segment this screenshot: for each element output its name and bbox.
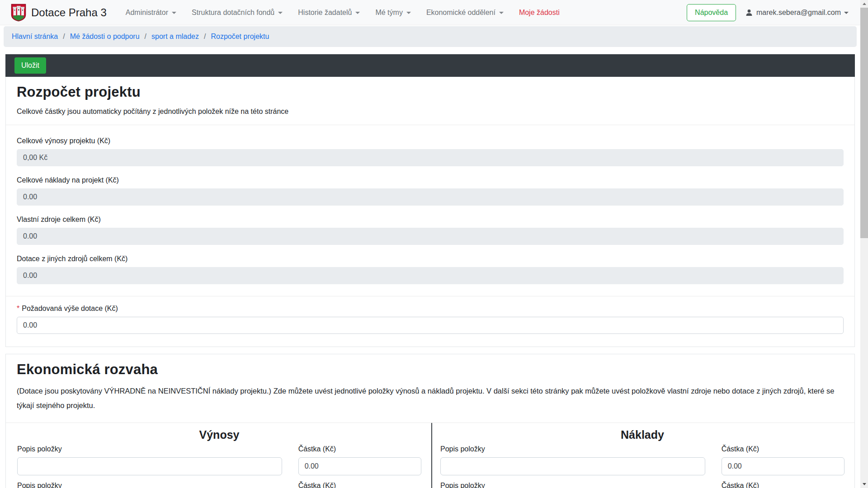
field-label: Popis položky xyxy=(17,482,282,488)
field-label: Částka (Kč) xyxy=(722,482,844,488)
chevron-down-icon xyxy=(499,12,504,14)
menu-moje-zadosti[interactable]: Moje žádosti xyxy=(519,9,560,17)
brand-title: Dotace Praha 3 xyxy=(31,6,107,19)
revenue-item-description-field: Popis položky xyxy=(17,445,282,475)
cost-item-description-field: Popis položky xyxy=(440,445,705,475)
costs-column: Náklady Popis položky Částka (Kč) Popis … xyxy=(431,423,854,488)
scroll-down-icon[interactable] xyxy=(860,480,868,488)
user-menu[interactable]: marek.sebera@gmail.com xyxy=(745,9,849,17)
field-label: Popis položky xyxy=(17,445,282,453)
menu-label: Administrátor xyxy=(126,9,168,17)
vertical-scrollbar[interactable] xyxy=(860,0,868,488)
cost-amount-input[interactable] xyxy=(722,457,844,475)
breadcrumb-sport-a-mladez[interactable]: sport a mladez xyxy=(151,33,199,41)
revenue-item-amount-field: Částka (Kč) xyxy=(298,482,421,488)
budget-card: Rozpočet projektu Celkové částky jsou au… xyxy=(5,77,855,347)
cost-item-amount-field: Částka (Kč) xyxy=(722,445,844,475)
field-label: Celkové náklady na projekt (Kč) xyxy=(17,176,844,184)
help-button[interactable]: Nápověda xyxy=(687,4,736,21)
field-label: Vlastní zdroje celkem (Kč) xyxy=(17,216,844,224)
requested-amount-section: *Požadovaná výše dotace (Kč) xyxy=(6,296,854,347)
revenue-description-input[interactable] xyxy=(17,457,282,475)
menu-label: Mé týmy xyxy=(375,9,402,17)
costs-row-1: Popis položky Částka (Kč) xyxy=(440,441,844,475)
revenue-amount-input[interactable] xyxy=(298,457,421,475)
menu-label: Historie žadatelů xyxy=(298,9,352,17)
total-costs-input[interactable] xyxy=(17,188,844,206)
field-group-own-resources: Vlastní zdroje celkem (Kč) xyxy=(17,216,844,245)
breadcrumb: Hlavní stránka / Mé žádosti o podporu / … xyxy=(4,26,857,47)
required-asterisk: * xyxy=(17,305,19,312)
cost-description-input[interactable] xyxy=(440,457,705,475)
field-label: Popis položky xyxy=(440,445,705,453)
requested-amount-label: *Požadovaná výše dotace (Kč) xyxy=(17,305,118,312)
menu-label: Moje žádosti xyxy=(519,9,560,17)
cost-item-description-field: Popis položky xyxy=(440,482,705,488)
field-label: Požadovaná výše dotace (Kč) xyxy=(22,305,118,312)
save-button[interactable]: Uložit xyxy=(14,57,46,74)
field-group-total-revenues: Celkové výnosy projektu (Kč) xyxy=(17,137,844,166)
costs-row-2: Popis položky Částka (Kč) xyxy=(440,475,844,488)
menu-struktura-dotacnich-fondu[interactable]: Struktura dotačních fondů xyxy=(192,9,283,17)
field-label: Popis položky xyxy=(440,482,705,488)
field-group-other-subsidies: Dotace z jiných zdrojů celkem (Kč) xyxy=(17,255,844,284)
user-icon xyxy=(745,9,753,17)
menu-administrator[interactable]: Administrátor xyxy=(126,9,176,17)
chevron-down-icon xyxy=(355,12,360,14)
main-menu: Administrátor Struktura dotačních fondů … xyxy=(126,9,560,17)
budget-card-header: Rozpočet projektu Celkové částky jsou au… xyxy=(6,77,854,125)
breadcrumb-separator: / xyxy=(145,33,146,41)
menu-ekonomicke-oddeleni[interactable]: Ekonomické oddělení xyxy=(426,9,504,17)
own-resources-input[interactable] xyxy=(17,228,844,245)
balance-columns: Výnosy Popis položky Částka (Kč) Popis p… xyxy=(6,423,854,488)
scroll-up-icon[interactable] xyxy=(860,0,868,8)
economic-balance-card: Ekonomická rozvaha (Dotace jsou poskytov… xyxy=(5,354,855,488)
revenues-heading: Výnosy xyxy=(17,428,421,441)
requested-amount-input[interactable] xyxy=(17,317,844,334)
revenue-item-description-field: Popis položky xyxy=(17,482,282,488)
menu-historie-zadatelu[interactable]: Historie žadatelů xyxy=(298,9,360,17)
field-label: Částka (Kč) xyxy=(722,445,844,453)
chevron-down-icon xyxy=(278,12,283,14)
budget-subtitle: Celkové částky jsou automaticky počítány… xyxy=(17,108,844,116)
menu-me-tymy[interactable]: Mé týmy xyxy=(375,9,410,17)
menu-label: Ekonomické oddělení xyxy=(426,9,495,17)
field-label: Částka (Kč) xyxy=(298,445,421,453)
other-subsidies-input[interactable] xyxy=(17,267,844,284)
breadcrumb-separator: / xyxy=(204,33,206,41)
field-group-total-costs: Celkové náklady na projekt (Kč) xyxy=(17,176,844,206)
breadcrumb-home[interactable]: Hlavní stránka xyxy=(12,33,58,41)
praha3-coat-of-arms-icon xyxy=(11,4,26,22)
navbar-right: Nápověda marek.sebera@gmail.com xyxy=(687,4,849,21)
budget-fields: Celkové výnosy projektu (Kč) Celkové nák… xyxy=(6,125,854,284)
brand[interactable]: Dotace Praha 3 xyxy=(11,4,107,22)
revenue-item-amount-field: Částka (Kč) xyxy=(298,445,421,475)
menu-label: Struktura dotačních fondů xyxy=(192,9,274,17)
breadcrumb-current-page[interactable]: Rozpočet projektu xyxy=(211,33,269,41)
user-email: marek.sebera@gmail.com xyxy=(756,9,841,17)
balance-description: (Dotace jsou poskytovány VÝHRADNĚ na NEI… xyxy=(17,384,844,413)
field-label: Celkové výnosy projektu (Kč) xyxy=(17,137,844,145)
page: Dotace Praha 3 Administrátor Struktura d… xyxy=(0,0,860,488)
cost-item-amount-field: Částka (Kč) xyxy=(722,482,844,488)
breadcrumb-separator: / xyxy=(63,33,65,41)
section-title: Ekonomická rozvaha xyxy=(17,361,844,378)
revenues-row-1: Popis položky Částka (Kč) xyxy=(17,441,421,475)
field-label: Dotace z jiných zdrojů celkem (Kč) xyxy=(17,255,844,263)
costs-heading: Náklady xyxy=(440,428,844,441)
revenues-row-2: Popis položky Částka (Kč) xyxy=(17,475,421,488)
field-label: Částka (Kč) xyxy=(298,482,421,488)
chevron-down-icon xyxy=(172,12,176,14)
chevron-down-icon xyxy=(406,12,411,14)
total-revenues-input[interactable] xyxy=(17,149,844,166)
balance-card-header: Ekonomická rozvaha (Dotace jsou poskytov… xyxy=(6,354,854,423)
form-toolbar: Uložit xyxy=(5,54,855,77)
breadcrumb-my-requests[interactable]: Mé žádosti o podporu xyxy=(70,33,140,41)
chevron-down-icon xyxy=(844,12,849,14)
revenues-column: Výnosy Popis položky Částka (Kč) Popis p… xyxy=(6,423,431,488)
top-navbar: Dotace Praha 3 Administrátor Struktura d… xyxy=(0,0,860,25)
page-title: Rozpočet projektu xyxy=(17,84,844,100)
scrollbar-thumb[interactable] xyxy=(860,8,868,238)
